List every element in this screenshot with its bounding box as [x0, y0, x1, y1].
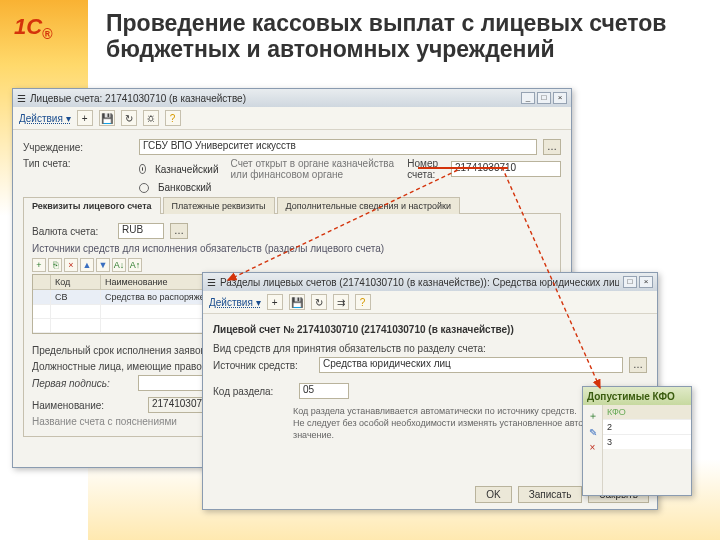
- toolbar-help-icon[interactable]: ?: [355, 294, 371, 310]
- firstsign-label: Первая подпись:: [32, 378, 132, 389]
- form-icon: ☰: [17, 93, 26, 104]
- divcode-field[interactable]: 05: [299, 383, 349, 399]
- institution-field[interactable]: ГСБУ ВПО Университет искусств: [139, 139, 537, 155]
- toolbar-refresh-icon[interactable]: ↻: [121, 110, 137, 126]
- titlebar[interactable]: ☰ Лицевые счета: 21741030710 (в казначей…: [13, 89, 571, 107]
- toolbar-save-icon[interactable]: 💾: [99, 110, 115, 126]
- actions-menu[interactable]: Действия ▾: [19, 113, 71, 124]
- delete-row-icon[interactable]: ×: [64, 258, 78, 272]
- acct-line: Лицевой счет № 21741030710 (21741030710 …: [213, 324, 647, 335]
- toolbar-new-icon[interactable]: +: [267, 294, 283, 310]
- acctnum-field[interactable]: 21741030710: [451, 161, 561, 177]
- toolbar-help-icon[interactable]: ?: [165, 110, 181, 126]
- tab-requisites[interactable]: Реквизиты лицевого счета: [23, 197, 161, 214]
- radio-bank[interactable]: [139, 183, 149, 193]
- toolbar-link-icon[interactable]: ⇉: [333, 294, 349, 310]
- grid-toolbar: + ⎘ × ▲ ▼ A↓ A↑: [32, 258, 552, 272]
- toolbar-new-icon[interactable]: +: [77, 110, 93, 126]
- maximize-icon[interactable]: □: [537, 92, 551, 104]
- close-icon[interactable]: ×: [553, 92, 567, 104]
- save-button[interactable]: Записать: [518, 486, 583, 503]
- source-label: Источник средств:: [213, 360, 313, 371]
- window-title: Лицевые счета: 21741030710 (в казначейст…: [30, 93, 517, 104]
- toolbar: Действия ▾ + 💾 ↻ ⛭ ?: [13, 107, 571, 130]
- divcode-label: Код раздела:: [213, 386, 293, 397]
- kfo-window: Допустимые КФО ＋ ✎ × КФО 2 3: [582, 386, 692, 496]
- sources-title: Источники средств для исполнения обязате…: [32, 243, 552, 254]
- desc-label: Название счета с пояснениями: [32, 416, 222, 427]
- accttype-label: Тип счета:: [23, 158, 133, 169]
- kind-label: Вид средств для принятия обязательств по…: [213, 343, 647, 354]
- move-up-icon[interactable]: ▲: [80, 258, 94, 272]
- kfo-row[interactable]: 3: [603, 434, 691, 449]
- toolbar-settings-icon[interactable]: ⛭: [143, 110, 159, 126]
- col-code: Код: [51, 275, 101, 289]
- actions-menu-2[interactable]: Действия ▾: [209, 297, 261, 308]
- sort-desc-icon[interactable]: A↑: [128, 258, 142, 272]
- slide-title: Проведение кассовых выплат с лицевых сче…: [106, 10, 680, 63]
- tab-payment[interactable]: Платежные реквизиты: [163, 197, 275, 214]
- toolbar-2: Действия ▾ + 💾 ↻ ⇉ ?: [203, 291, 657, 314]
- tabs: Реквизиты лицевого счета Платежные рекви…: [23, 197, 561, 214]
- institution-lookup[interactable]: …: [543, 139, 561, 155]
- form-icon: ☰: [207, 277, 216, 288]
- window-title-3: Допустимые КФО: [587, 391, 687, 402]
- acctnum-label: Номер счета:: [407, 158, 445, 180]
- kfo-col-head: КФО: [603, 405, 691, 419]
- minimize-icon[interactable]: _: [521, 92, 535, 104]
- add-icon[interactable]: ＋: [588, 409, 598, 423]
- currency-label: Валюта счета:: [32, 226, 112, 237]
- tab-additional[interactable]: Дополнительные сведения и настройки: [277, 197, 461, 214]
- currency-field[interactable]: RUB: [118, 223, 164, 239]
- move-down-icon[interactable]: ▼: [96, 258, 110, 272]
- currency-lookup[interactable]: …: [170, 223, 188, 239]
- window-title-2: Разделы лицевых счетов (21741030710 (в к…: [220, 277, 619, 288]
- opened-note: Счет открыт в органе казначейства или фи…: [231, 158, 402, 180]
- ok-button[interactable]: OK: [475, 486, 511, 503]
- delete-icon[interactable]: ×: [590, 442, 596, 453]
- titlebar-2[interactable]: ☰ Разделы лицевых счетов (21741030710 (в…: [203, 273, 657, 291]
- radio-bank-label: Банковский: [158, 182, 211, 193]
- col-mark: [33, 275, 51, 289]
- source-field[interactable]: Средства юридических лиц: [319, 357, 623, 373]
- add-row-icon[interactable]: +: [32, 258, 46, 272]
- radio-treasury[interactable]: [139, 164, 146, 174]
- kfo-row[interactable]: 2: [603, 419, 691, 434]
- maximize-icon[interactable]: □: [623, 276, 637, 288]
- toolbar-refresh-icon[interactable]: ↻: [311, 294, 327, 310]
- titlebar-3[interactable]: Допустимые КФО: [583, 387, 691, 405]
- source-lookup[interactable]: …: [629, 357, 647, 373]
- insert-row-icon[interactable]: ⎘: [48, 258, 62, 272]
- toolbar-save-icon[interactable]: 💾: [289, 294, 305, 310]
- close-icon[interactable]: ×: [639, 276, 653, 288]
- institution-label: Учреждение:: [23, 142, 133, 153]
- name-label: Наименование:: [32, 400, 142, 411]
- sort-asc-icon[interactable]: A↓: [112, 258, 126, 272]
- logo: 1C®: [14, 14, 52, 42]
- edit-icon[interactable]: ✎: [589, 427, 597, 438]
- radio-treasury-label: Казначейский: [155, 164, 219, 175]
